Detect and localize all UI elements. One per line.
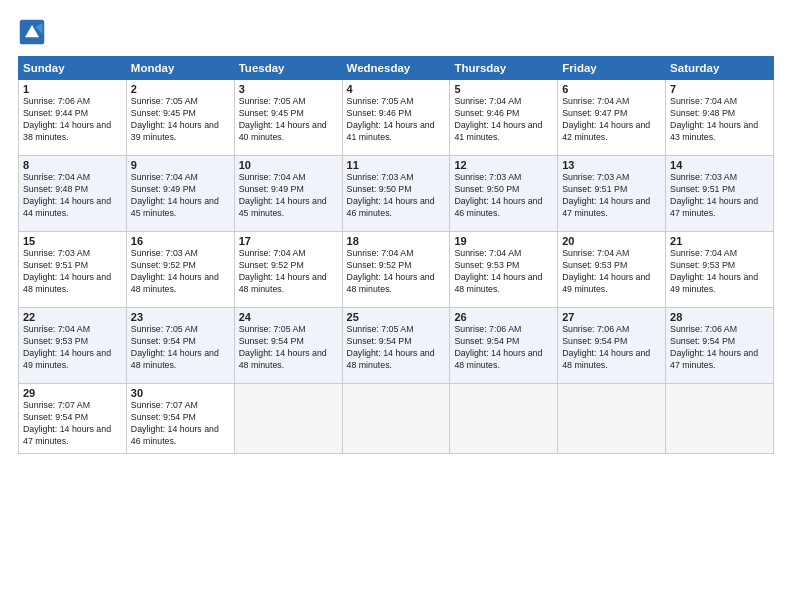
- calendar-week-row: 1Sunrise: 7:06 AMSunset: 9:44 PMDaylight…: [19, 80, 774, 156]
- day-number: 10: [239, 159, 338, 171]
- logo-icon: [18, 18, 46, 46]
- weekday-header-thursday: Thursday: [450, 57, 558, 80]
- header: [18, 18, 774, 46]
- day-number: 14: [670, 159, 769, 171]
- cell-info: Sunrise: 7:04 AMSunset: 9:53 PMDaylight:…: [670, 248, 758, 294]
- day-number: 29: [23, 387, 122, 399]
- calendar-cell: [450, 384, 558, 454]
- calendar-cell: 19Sunrise: 7:04 AMSunset: 9:53 PMDayligh…: [450, 232, 558, 308]
- calendar-cell: 5Sunrise: 7:04 AMSunset: 9:46 PMDaylight…: [450, 80, 558, 156]
- weekday-header-tuesday: Tuesday: [234, 57, 342, 80]
- day-number: 18: [347, 235, 446, 247]
- calendar-cell: 23Sunrise: 7:05 AMSunset: 9:54 PMDayligh…: [126, 308, 234, 384]
- calendar-week-row: 22Sunrise: 7:04 AMSunset: 9:53 PMDayligh…: [19, 308, 774, 384]
- calendar-cell: 25Sunrise: 7:05 AMSunset: 9:54 PMDayligh…: [342, 308, 450, 384]
- cell-info: Sunrise: 7:04 AMSunset: 9:53 PMDaylight:…: [23, 324, 111, 370]
- calendar-cell: 14Sunrise: 7:03 AMSunset: 9:51 PMDayligh…: [666, 156, 774, 232]
- weekday-header-sunday: Sunday: [19, 57, 127, 80]
- calendar-cell: 9Sunrise: 7:04 AMSunset: 9:49 PMDaylight…: [126, 156, 234, 232]
- cell-info: Sunrise: 7:03 AMSunset: 9:51 PMDaylight:…: [670, 172, 758, 218]
- weekday-header-row: SundayMondayTuesdayWednesdayThursdayFrid…: [19, 57, 774, 80]
- day-number: 19: [454, 235, 553, 247]
- weekday-header-wednesday: Wednesday: [342, 57, 450, 80]
- cell-info: Sunrise: 7:04 AMSunset: 9:52 PMDaylight:…: [347, 248, 435, 294]
- calendar-cell: 27Sunrise: 7:06 AMSunset: 9:54 PMDayligh…: [558, 308, 666, 384]
- calendar-cell: 16Sunrise: 7:03 AMSunset: 9:52 PMDayligh…: [126, 232, 234, 308]
- cell-info: Sunrise: 7:05 AMSunset: 9:46 PMDaylight:…: [347, 96, 435, 142]
- logo: [18, 18, 50, 46]
- cell-info: Sunrise: 7:05 AMSunset: 9:45 PMDaylight:…: [239, 96, 327, 142]
- calendar-cell: 29Sunrise: 7:07 AMSunset: 9:54 PMDayligh…: [19, 384, 127, 454]
- cell-info: Sunrise: 7:05 AMSunset: 9:54 PMDaylight:…: [239, 324, 327, 370]
- day-number: 9: [131, 159, 230, 171]
- cell-info: Sunrise: 7:05 AMSunset: 9:45 PMDaylight:…: [131, 96, 219, 142]
- cell-info: Sunrise: 7:06 AMSunset: 9:44 PMDaylight:…: [23, 96, 111, 142]
- calendar-cell: 18Sunrise: 7:04 AMSunset: 9:52 PMDayligh…: [342, 232, 450, 308]
- cell-info: Sunrise: 7:04 AMSunset: 9:48 PMDaylight:…: [670, 96, 758, 142]
- cell-info: Sunrise: 7:03 AMSunset: 9:50 PMDaylight:…: [347, 172, 435, 218]
- cell-info: Sunrise: 7:03 AMSunset: 9:50 PMDaylight:…: [454, 172, 542, 218]
- day-number: 23: [131, 311, 230, 323]
- calendar-cell: 11Sunrise: 7:03 AMSunset: 9:50 PMDayligh…: [342, 156, 450, 232]
- calendar-cell: 10Sunrise: 7:04 AMSunset: 9:49 PMDayligh…: [234, 156, 342, 232]
- calendar-cell: 6Sunrise: 7:04 AMSunset: 9:47 PMDaylight…: [558, 80, 666, 156]
- day-number: 28: [670, 311, 769, 323]
- calendar-cell: 20Sunrise: 7:04 AMSunset: 9:53 PMDayligh…: [558, 232, 666, 308]
- calendar-cell: 2Sunrise: 7:05 AMSunset: 9:45 PMDaylight…: [126, 80, 234, 156]
- cell-info: Sunrise: 7:04 AMSunset: 9:52 PMDaylight:…: [239, 248, 327, 294]
- day-number: 22: [23, 311, 122, 323]
- calendar-week-row: 29Sunrise: 7:07 AMSunset: 9:54 PMDayligh…: [19, 384, 774, 454]
- cell-info: Sunrise: 7:06 AMSunset: 9:54 PMDaylight:…: [454, 324, 542, 370]
- cell-info: Sunrise: 7:04 AMSunset: 9:49 PMDaylight:…: [131, 172, 219, 218]
- day-number: 11: [347, 159, 446, 171]
- day-number: 12: [454, 159, 553, 171]
- calendar-cell: 24Sunrise: 7:05 AMSunset: 9:54 PMDayligh…: [234, 308, 342, 384]
- calendar-page: SundayMondayTuesdayWednesdayThursdayFrid…: [0, 0, 792, 612]
- cell-info: Sunrise: 7:04 AMSunset: 9:49 PMDaylight:…: [239, 172, 327, 218]
- day-number: 24: [239, 311, 338, 323]
- calendar-cell: 1Sunrise: 7:06 AMSunset: 9:44 PMDaylight…: [19, 80, 127, 156]
- calendar-cell: 17Sunrise: 7:04 AMSunset: 9:52 PMDayligh…: [234, 232, 342, 308]
- cell-info: Sunrise: 7:04 AMSunset: 9:48 PMDaylight:…: [23, 172, 111, 218]
- cell-info: Sunrise: 7:07 AMSunset: 9:54 PMDaylight:…: [131, 400, 219, 446]
- calendar-cell: 12Sunrise: 7:03 AMSunset: 9:50 PMDayligh…: [450, 156, 558, 232]
- day-number: 15: [23, 235, 122, 247]
- cell-info: Sunrise: 7:05 AMSunset: 9:54 PMDaylight:…: [131, 324, 219, 370]
- cell-info: Sunrise: 7:06 AMSunset: 9:54 PMDaylight:…: [562, 324, 650, 370]
- calendar-cell: [666, 384, 774, 454]
- cell-info: Sunrise: 7:04 AMSunset: 9:53 PMDaylight:…: [562, 248, 650, 294]
- calendar-cell: 8Sunrise: 7:04 AMSunset: 9:48 PMDaylight…: [19, 156, 127, 232]
- calendar-cell: 26Sunrise: 7:06 AMSunset: 9:54 PMDayligh…: [450, 308, 558, 384]
- calendar-cell: 30Sunrise: 7:07 AMSunset: 9:54 PMDayligh…: [126, 384, 234, 454]
- weekday-header-monday: Monday: [126, 57, 234, 80]
- day-number: 6: [562, 83, 661, 95]
- calendar-cell: [558, 384, 666, 454]
- day-number: 16: [131, 235, 230, 247]
- cell-info: Sunrise: 7:03 AMSunset: 9:52 PMDaylight:…: [131, 248, 219, 294]
- day-number: 5: [454, 83, 553, 95]
- day-number: 30: [131, 387, 230, 399]
- day-number: 3: [239, 83, 338, 95]
- calendar-cell: 15Sunrise: 7:03 AMSunset: 9:51 PMDayligh…: [19, 232, 127, 308]
- cell-info: Sunrise: 7:05 AMSunset: 9:54 PMDaylight:…: [347, 324, 435, 370]
- calendar-cell: 3Sunrise: 7:05 AMSunset: 9:45 PMDaylight…: [234, 80, 342, 156]
- calendar-table: SundayMondayTuesdayWednesdayThursdayFrid…: [18, 56, 774, 454]
- cell-info: Sunrise: 7:06 AMSunset: 9:54 PMDaylight:…: [670, 324, 758, 370]
- day-number: 20: [562, 235, 661, 247]
- day-number: 2: [131, 83, 230, 95]
- cell-info: Sunrise: 7:03 AMSunset: 9:51 PMDaylight:…: [562, 172, 650, 218]
- calendar-cell: [342, 384, 450, 454]
- day-number: 8: [23, 159, 122, 171]
- weekday-header-friday: Friday: [558, 57, 666, 80]
- calendar-cell: 22Sunrise: 7:04 AMSunset: 9:53 PMDayligh…: [19, 308, 127, 384]
- day-number: 1: [23, 83, 122, 95]
- weekday-header-saturday: Saturday: [666, 57, 774, 80]
- day-number: 17: [239, 235, 338, 247]
- calendar-cell: 7Sunrise: 7:04 AMSunset: 9:48 PMDaylight…: [666, 80, 774, 156]
- calendar-week-row: 15Sunrise: 7:03 AMSunset: 9:51 PMDayligh…: [19, 232, 774, 308]
- day-number: 27: [562, 311, 661, 323]
- calendar-cell: [234, 384, 342, 454]
- day-number: 13: [562, 159, 661, 171]
- cell-info: Sunrise: 7:04 AMSunset: 9:46 PMDaylight:…: [454, 96, 542, 142]
- cell-info: Sunrise: 7:07 AMSunset: 9:54 PMDaylight:…: [23, 400, 111, 446]
